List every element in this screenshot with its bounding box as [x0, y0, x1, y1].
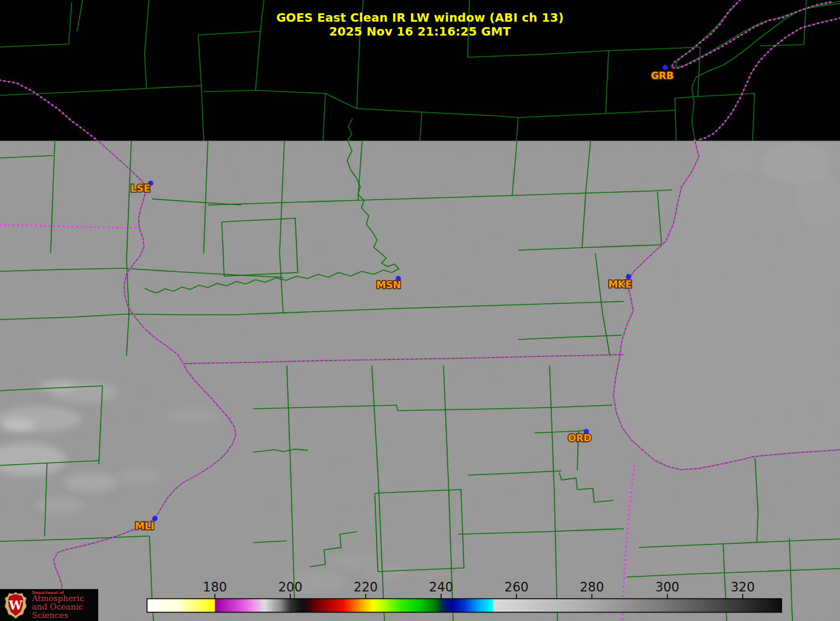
logo-name-line2: and Oceanic Sciences	[32, 603, 98, 620]
satellite-viewer: 180200220240260280300320GRBLSEMSNMKEORDM…	[0, 0, 840, 621]
station-label: MLI	[135, 520, 154, 532]
timestamp: 2025 Nov 16 21:16:25 GMT	[0, 25, 840, 39]
colorbar-tick-label: 200	[278, 580, 302, 594]
uw-aos-logo: W Department of Atmospheric and Oceanic …	[0, 589, 98, 621]
satellite-map-svg: 180200220240260280300320GRBLSEMSNMKEORDM…	[0, 0, 840, 621]
uw-crest-icon: W	[4, 591, 28, 619]
station-label: ORD	[568, 432, 591, 444]
logo-text: Department of Atmospheric and Oceanic Sc…	[32, 591, 98, 620]
station-label: GRB	[651, 70, 674, 81]
station-label: MSN	[377, 279, 401, 291]
colorbar-gradient	[147, 599, 782, 613]
image-noise	[0, 141, 840, 621]
station-marker-lse: LSE	[131, 181, 154, 194]
colorbar-tick-label: 260	[504, 580, 528, 594]
station-label: MKE	[608, 279, 632, 290]
colorbar-tick-label: 240	[429, 580, 453, 594]
colorbar-tick-label: 180	[203, 580, 227, 594]
image-title: GOES East Clean IR LW window (ABI ch 13)…	[0, 11, 840, 39]
crest-letter: W	[8, 598, 23, 613]
colorbar-tick-label: 220	[354, 580, 378, 594]
station-label: LSE	[131, 183, 151, 194]
colorbar-tick-label: 320	[731, 580, 755, 594]
colorbar-tick-label: 280	[580, 580, 604, 594]
colorbar-tick-label: 300	[655, 580, 679, 594]
product-title: GOES East Clean IR LW window (ABI ch 13)	[0, 11, 840, 25]
